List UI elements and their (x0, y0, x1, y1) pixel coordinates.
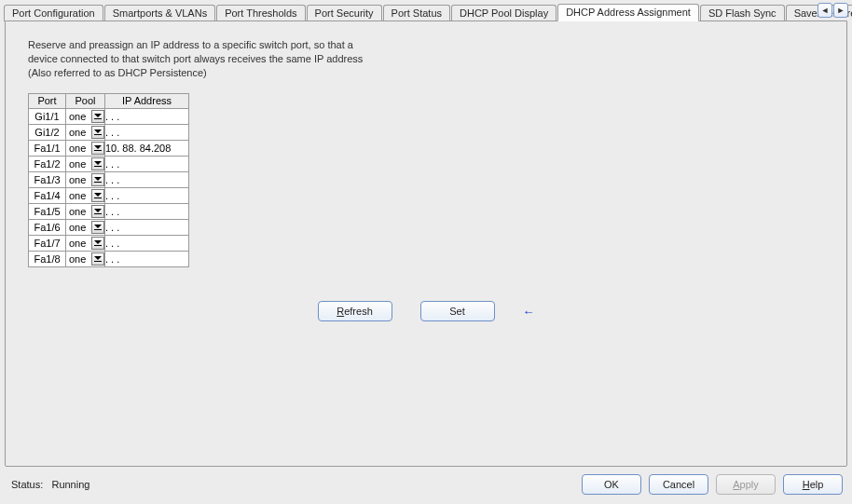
pool-cell[interactable]: one (66, 140, 105, 156)
status-value: Running (51, 479, 89, 490)
tab-port-configuration[interactable]: Port Configuration (4, 5, 103, 21)
ip-address-cell[interactable]: . . . (105, 219, 189, 235)
panel-description: Reserve and preassign an IP address to a… (28, 38, 364, 80)
svg-rect-0 (94, 118, 102, 119)
port-cell: Gi1/2 (29, 124, 66, 140)
pool-value: one (69, 238, 86, 249)
pool-value: one (69, 253, 86, 265)
pool-cell[interactable]: one (66, 203, 105, 219)
svg-rect-9 (94, 261, 102, 262)
pool-cell[interactable]: one (66, 124, 105, 140)
footer-buttons: OK Cancel Apply Help (582, 474, 843, 495)
ip-address-cell[interactable]: . . . (105, 235, 189, 251)
svg-rect-4 (94, 182, 102, 183)
action-button-row: Refresh Set ← (6, 301, 846, 321)
status-bar: Status: Running (11, 479, 89, 490)
tab-scroll-controls: ◄ ► (817, 3, 848, 18)
ip-address-cell[interactable]: . . . (105, 156, 189, 171)
tab-dhcp-pool-display[interactable]: DHCP Pool Display (451, 5, 557, 21)
footer: Status: Running OK Cancel Apply Help (0, 470, 852, 504)
pool-cell[interactable]: one (66, 251, 105, 266)
ip-address-cell[interactable]: . . . (105, 251, 189, 266)
port-cell: Fa1/7 (29, 235, 66, 251)
table-row: Fa1/3one . . . (29, 171, 189, 187)
help-button[interactable]: Help (783, 474, 843, 495)
table-row: Fa1/4one . . . (29, 187, 189, 203)
chevron-down-icon[interactable] (91, 189, 104, 202)
col-header-pool[interactable]: Pool (66, 93, 105, 108)
pool-value: one (69, 206, 86, 217)
chevron-down-icon[interactable] (91, 237, 104, 250)
table-row: Fa1/5one . . . (29, 203, 189, 219)
table-row: Fa1/7one . . . (29, 235, 189, 251)
pool-cell[interactable]: one (66, 235, 105, 251)
table-row: Fa1/8one . . . (29, 251, 189, 266)
port-cell: Fa1/1 (29, 140, 66, 156)
tab-port-status[interactable]: Port Status (383, 5, 450, 21)
tab-port-security[interactable]: Port Security (307, 5, 382, 21)
pool-value: one (69, 158, 86, 170)
ip-address-cell[interactable]: . . . (105, 171, 189, 187)
pool-value: one (69, 222, 86, 233)
set-button[interactable]: Set (420, 301, 495, 321)
table-row: Gi1/2one . . . (29, 124, 189, 140)
pool-value: one (69, 111, 86, 122)
chevron-down-icon[interactable] (91, 157, 104, 170)
tab-sd-flash-sync[interactable]: SD Flash Sync (700, 5, 785, 21)
port-cell: Fa1/2 (29, 156, 66, 171)
ip-address-cell[interactable]: . . . (105, 124, 189, 140)
pool-cell[interactable]: one (66, 187, 105, 203)
tab-port-thresholds[interactable]: Port Thresholds (216, 5, 305, 21)
refresh-button[interactable]: Refresh (318, 301, 392, 321)
tab-smartports-vlans[interactable]: Smartports & VLANs (104, 5, 215, 21)
chevron-down-icon[interactable] (91, 126, 104, 139)
svg-rect-5 (94, 198, 102, 198)
col-header-ip[interactable]: IP Address (105, 93, 189, 108)
port-cell: Fa1/3 (29, 171, 66, 187)
left-arrow-icon: ← (523, 305, 535, 319)
svg-rect-1 (94, 134, 102, 135)
port-ip-table: Port Pool IP Address Gi1/1one . . .Gi1/2… (28, 93, 189, 267)
chevron-down-icon[interactable] (91, 142, 104, 155)
ip-address-cell[interactable]: . . . (105, 203, 189, 219)
svg-rect-7 (94, 229, 102, 230)
pool-cell[interactable]: one (66, 156, 105, 171)
pool-value: one (69, 190, 86, 201)
tab-panel-dhcp-address-assignment: Reserve and preassign an IP address to a… (5, 20, 847, 467)
tab-scroll-left[interactable]: ◄ (818, 3, 832, 18)
svg-rect-2 (94, 150, 102, 151)
svg-rect-8 (94, 245, 102, 246)
table-row: Gi1/1one . . . (29, 108, 189, 124)
port-cell: Fa1/8 (29, 251, 66, 266)
svg-rect-6 (94, 213, 102, 214)
chevron-down-icon[interactable] (91, 205, 104, 218)
ok-button[interactable]: OK (582, 474, 641, 495)
pool-value: one (69, 127, 86, 138)
pool-value: one (69, 174, 86, 185)
pool-cell[interactable]: one (66, 108, 105, 124)
ip-address-cell[interactable]: . . . (105, 108, 189, 124)
status-label: Status: (11, 479, 43, 490)
table-row: Fa1/2one . . . (29, 156, 189, 171)
pool-cell[interactable]: one (66, 219, 105, 235)
chevron-down-icon[interactable] (91, 221, 104, 234)
port-cell: Fa1/5 (29, 203, 66, 219)
chevron-down-icon[interactable] (91, 110, 104, 123)
pool-value: one (69, 143, 86, 154)
pool-cell[interactable]: one (66, 171, 105, 187)
apply-button[interactable]: Apply (716, 474, 776, 495)
ip-address-cell[interactable]: . . . (105, 187, 189, 203)
chevron-down-icon[interactable] (91, 173, 104, 186)
port-cell: Fa1/4 (29, 187, 66, 203)
table-row: Fa1/6one . . . (29, 219, 189, 235)
chevron-down-icon[interactable] (91, 252, 104, 266)
tab-dhcp-address-assignment[interactable]: DHCP Address Assignment (557, 4, 699, 21)
ip-address-cell[interactable]: 10. 88. 84.208 (105, 140, 189, 156)
port-cell: Gi1/1 (29, 108, 66, 124)
table-row: Fa1/1one10. 88. 84.208 (29, 140, 189, 156)
svg-rect-3 (94, 166, 102, 167)
col-header-port[interactable]: Port (29, 93, 66, 108)
tab-strip: Port ConfigurationSmartports & VLANsPort… (0, 0, 852, 20)
tab-scroll-right[interactable]: ► (833, 3, 848, 18)
cancel-button[interactable]: Cancel (649, 474, 708, 495)
